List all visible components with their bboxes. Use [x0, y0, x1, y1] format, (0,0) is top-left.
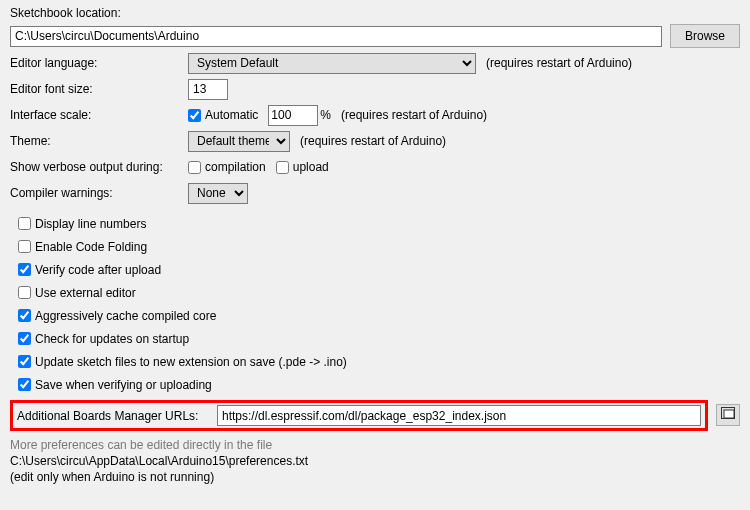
check-updates-checkbox[interactable] [18, 332, 31, 345]
editor-fontsize-label: Editor font size: [10, 82, 188, 96]
verify-after-upload-text: Verify code after upload [35, 263, 161, 277]
additional-boards-urls-label: Additional Boards Manager URLs: [17, 409, 217, 423]
display-line-numbers-text: Display line numbers [35, 217, 146, 231]
additional-boards-urls-input[interactable] [217, 405, 701, 426]
interface-scale-hint: (requires restart of Arduino) [341, 108, 487, 122]
cache-core-text: Aggressively cache compiled core [35, 309, 216, 323]
theme-hint: (requires restart of Arduino) [300, 134, 446, 148]
cache-core-checkbox[interactable] [18, 309, 31, 322]
editor-language-label: Editor language: [10, 56, 188, 70]
sketchbook-input[interactable] [10, 26, 662, 47]
save-on-verify-upload-checkbox[interactable] [18, 378, 31, 391]
verbose-compilation-checkbox[interactable] [188, 161, 201, 174]
interface-scale-percent: % [320, 108, 331, 122]
sketchbook-label: Sketchbook location: [10, 6, 740, 24]
additional-boards-urls-expand-button[interactable] [716, 404, 740, 426]
editor-language-select[interactable]: System Default [188, 53, 476, 74]
footer-prefs-path: C:\Users\circu\AppData\Local\Arduino15\p… [10, 453, 740, 469]
save-on-verify-upload-text: Save when verifying or uploading [35, 378, 212, 392]
interface-scale-auto-text: Automatic [205, 108, 258, 122]
editor-language-hint: (requires restart of Arduino) [486, 56, 632, 70]
additional-boards-urls-row: Additional Boards Manager URLs: [10, 400, 708, 431]
verbose-label: Show verbose output during: [10, 160, 188, 174]
svg-rect-1 [724, 410, 734, 418]
theme-label: Theme: [10, 134, 188, 148]
theme-select[interactable]: Default theme [188, 131, 290, 152]
verbose-upload-checkbox[interactable] [276, 161, 289, 174]
editor-fontsize-input[interactable] [188, 79, 228, 100]
footer-line3: (edit only when Arduino is not running) [10, 469, 740, 485]
enable-code-folding-text: Enable Code Folding [35, 240, 147, 254]
interface-scale-label: Interface scale: [10, 108, 188, 122]
check-updates-text: Check for updates on startup [35, 332, 189, 346]
verify-after-upload-checkbox[interactable] [18, 263, 31, 276]
interface-scale-input[interactable] [268, 105, 318, 126]
display-line-numbers-checkbox[interactable] [18, 217, 31, 230]
external-editor-checkbox[interactable] [18, 286, 31, 299]
browse-button[interactable]: Browse [670, 24, 740, 48]
compiler-warnings-select[interactable]: None [188, 183, 248, 204]
verbose-upload-text: upload [293, 160, 329, 174]
interface-scale-auto-checkbox[interactable] [188, 109, 201, 122]
compiler-warnings-label: Compiler warnings: [10, 186, 188, 200]
update-sketch-ext-checkbox[interactable] [18, 355, 31, 368]
verbose-compilation-text: compilation [205, 160, 266, 174]
external-editor-text: Use external editor [35, 286, 136, 300]
footer-line1: More preferences can be edited directly … [10, 437, 740, 453]
window-icon [721, 407, 735, 422]
update-sketch-ext-text: Update sketch files to new extension on … [35, 355, 347, 369]
enable-code-folding-checkbox[interactable] [18, 240, 31, 253]
